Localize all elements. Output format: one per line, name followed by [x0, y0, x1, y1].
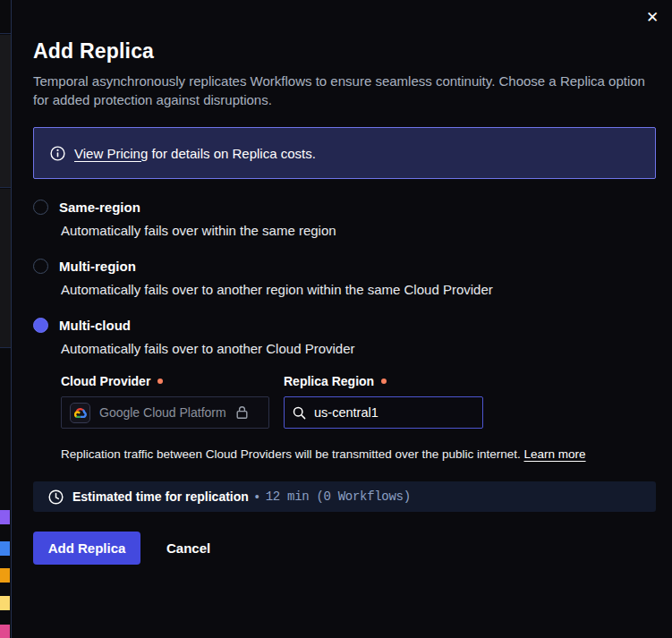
- cloud-provider-label: Cloud Provider: [61, 374, 284, 388]
- modal-actions: Add Replica Cancel: [33, 532, 656, 565]
- backdrop-color-bar: [0, 510, 10, 524]
- backdrop-color-bar: [0, 596, 10, 610]
- replica-region-label: Replica Region: [284, 374, 387, 388]
- cloud-provider-field: Google Cloud Platform: [61, 396, 269, 429]
- option-multi-region-label[interactable]: Multi-region: [59, 259, 136, 274]
- radio-multi-region[interactable]: [33, 259, 48, 274]
- estimated-time-bar: Estimated time for replication • 12 min …: [33, 481, 656, 512]
- estimate-value: 12 min (0 Workflows): [266, 489, 411, 504]
- close-icon[interactable]: ✕: [640, 5, 665, 30]
- option-multi-region: Multi-region Automatically fails over to…: [33, 259, 656, 297]
- option-multi-region-description: Automatically fails over to another regi…: [61, 282, 656, 297]
- backdrop-section: [0, 0, 11, 34]
- page-title: Add Replica: [33, 39, 656, 64]
- add-replica-modal: ✕ Add Replica Temporal asynchronously re…: [12, 0, 672, 638]
- backdrop-color-bar: [0, 568, 10, 583]
- estimate-label: Estimated time for replication: [72, 489, 249, 504]
- add-replica-button[interactable]: Add Replica: [33, 532, 140, 565]
- modal-description: Temporal asynchronously replicates Workf…: [33, 72, 651, 109]
- replica-region-field[interactable]: [284, 396, 483, 429]
- clock-icon: [48, 489, 64, 505]
- radio-multi-cloud[interactable]: [33, 318, 48, 333]
- lock-icon: [235, 405, 249, 420]
- cloud-provider-value: Google Cloud Platform: [99, 405, 226, 420]
- info-icon: [50, 146, 65, 161]
- option-same-region-label[interactable]: Same-region: [59, 200, 140, 215]
- learn-more-link[interactable]: Learn more: [524, 447, 586, 461]
- option-multi-cloud: Multi-cloud Automatically fails over to …: [33, 318, 656, 461]
- replica-region-input[interactable]: [314, 405, 462, 420]
- backdrop-section: [0, 35, 11, 188]
- option-multi-cloud-label[interactable]: Multi-cloud: [59, 318, 131, 333]
- backdrop-section: [0, 189, 11, 348]
- search-icon: [293, 406, 306, 420]
- radio-same-region[interactable]: [33, 200, 48, 215]
- pricing-info-banner: View Pricing for details on Replica cost…: [33, 127, 656, 179]
- public-internet-note: Replication traffic between Cloud Provid…: [61, 447, 656, 461]
- google-cloud-icon: [70, 403, 90, 423]
- backdrop-section: [0, 349, 11, 638]
- backdrop-color-bar: [0, 541, 10, 556]
- cancel-button[interactable]: Cancel: [166, 540, 210, 556]
- option-same-region-description: Automatically fails over within the same…: [61, 223, 656, 238]
- pricing-banner-rest: for details on Replica costs.: [148, 146, 316, 161]
- option-same-region: Same-region Automatically fails over wit…: [33, 200, 656, 238]
- pricing-banner-text: View Pricing for details on Replica cost…: [74, 146, 316, 161]
- required-dot: [381, 379, 387, 384]
- required-dot: [157, 379, 163, 384]
- view-pricing-link[interactable]: View Pricing: [74, 146, 148, 161]
- option-multi-cloud-description: Automatically fails over to another Clou…: [61, 341, 656, 356]
- backdrop-color-bar: [0, 625, 10, 638]
- replica-option-group: Same-region Automatically fails over wit…: [33, 200, 656, 461]
- estimate-separator: •: [255, 489, 259, 504]
- multi-cloud-subform: Cloud Provider Replica Region: [61, 374, 656, 429]
